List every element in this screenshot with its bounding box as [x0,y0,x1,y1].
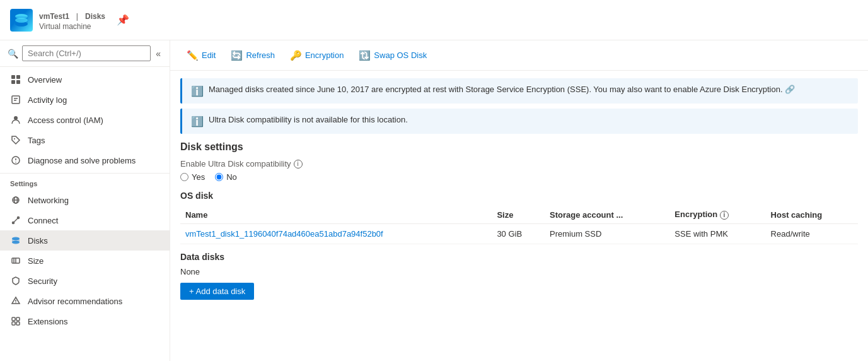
encryption-col-info-icon[interactable]: i [720,211,729,220]
sidebar-nav: Overview Activity log Access control (IA… [0,67,170,361]
content-area: ✏️ Edit 🔄 Refresh 🔑 Encryption 🔃 Swap OS… [170,40,868,361]
sidebar-item-label: Security [28,276,57,286]
disk-encryption-cell: SSE with PMK [669,224,765,244]
sidebar-item-label: Networking [28,196,69,205]
security-icon [10,275,21,287]
os-disk-table: Name Size Storage account ... Encryption… [180,206,858,244]
page-title-group: vmTest1 | Disks Virtual machine [39,9,105,31]
svg-point-24 [12,241,20,244]
info-icon: ℹ️ [191,85,204,97]
diagnose-icon [10,155,21,166]
sidebar-item-label: Overview [28,75,62,85]
collapse-sidebar-button[interactable]: « [154,47,162,60]
sidebar-item-security[interactable]: Security [0,271,170,291]
overview-icon [10,74,21,85]
ultra-disk-radio-group: Yes No [180,172,858,182]
top-bar: vmTest1 | Disks Virtual machine 📌 [0,0,868,40]
sidebar-item-label: Connect [28,216,58,225]
svg-rect-31 [12,317,15,321]
svg-point-11 [14,116,18,120]
sidebar-item-label: Diagnose and solve problems [28,156,136,165]
ultra-disk-info-icon[interactable]: i [294,160,303,169]
sidebar-item-activity-log[interactable]: Activity log [0,90,170,110]
swap-os-disk-button[interactable]: 🔃 Swap OS Disk [352,47,433,64]
svg-rect-4 [11,75,15,79]
page-title: vmTest1 | Disks [39,9,105,22]
sidebar-item-connect[interactable]: Connect [0,210,170,230]
azure-disk-encryption-link[interactable]: 🔗 [785,85,795,94]
svg-rect-33 [12,322,15,325]
svg-rect-32 [16,317,20,321]
sidebar-item-diagnose[interactable]: Diagnose and solve problems [0,150,170,170]
table-row: vmTest1_disk1_1196040f74ad460ea51abd7a94… [180,224,858,244]
ultra-disk-banner: ℹ️ Ultra Disk compatibility is not avail… [180,109,858,134]
disk-host-caching-cell: Read/write [766,224,858,244]
radio-no-input[interactable] [215,173,223,181]
radio-yes-input[interactable] [180,173,188,181]
radio-no[interactable]: No [215,172,237,182]
col-size: Size [492,206,545,224]
disk-settings-title: Disk settings [180,141,858,153]
col-host-caching: Host caching [766,206,858,224]
disks-icon [10,235,21,246]
sidebar-item-advisor[interactable]: Advisor recommendations [0,291,170,311]
sidebar-item-overview[interactable]: Overview [0,69,170,90]
content-body: ℹ️ Managed disks created since June 10, … [170,71,868,361]
resource-icon [10,9,33,32]
resource-type: Virtual machine [39,22,105,31]
svg-rect-7 [16,80,20,84]
tags-icon [10,134,21,146]
os-disk-title: OS disk [180,191,858,201]
disk-name-link[interactable]: vmTest1_disk1_1196040f74ad460ea51abd7a94… [185,229,383,239]
table-header-row: Name Size Storage account ... Encryption… [180,206,858,224]
info-icon-2: ℹ️ [191,115,204,127]
sidebar-item-disks[interactable]: Disks [0,230,170,251]
ultra-disk-info-text: Ultra Disk compatibility is not availabl… [209,115,408,124]
sidebar-item-tags[interactable]: Tags [0,130,170,150]
swap-icon: 🔃 [359,50,371,61]
activity-icon [10,94,21,105]
edit-button[interactable]: ✏️ Edit [180,47,222,64]
svg-rect-5 [16,75,20,79]
sidebar-item-label: Extensions [28,317,68,326]
extensions-icon [10,316,21,327]
svg-rect-34 [16,322,20,325]
edit-icon: ✏️ [187,50,199,61]
main-layout: 🔍 « Overview Activity log Acce [0,40,868,361]
search-icon: 🔍 [8,49,18,59]
add-data-disk-button[interactable]: + Add data disk [180,283,254,300]
no-data-disks-text: None [180,267,858,276]
sidebar-item-iam[interactable]: Access control (IAM) [0,110,170,130]
sidebar-item-extensions[interactable]: Extensions [0,311,170,331]
encryption-icon: 🔑 [290,50,302,61]
svg-point-12 [14,138,15,139]
col-encryption: Encryption i [669,206,765,224]
sidebar-item-label: Activity log [28,95,67,105]
encryption-button[interactable]: 🔑 Encryption [284,47,350,64]
svg-rect-6 [11,80,15,84]
disk-size-cell: 30 GiB [492,224,545,244]
sidebar-item-networking[interactable]: Networking [0,190,170,210]
settings-section-label: Settings [0,173,170,190]
svg-point-30 [15,302,16,303]
refresh-button[interactable]: 🔄 Refresh [224,47,281,64]
size-icon [10,255,21,266]
svg-point-15 [15,162,16,163]
refresh-icon: 🔄 [231,50,243,61]
sidebar-item-size[interactable]: Size [0,251,170,271]
sidebar-search-container: 🔍 « [0,40,170,67]
radio-yes[interactable]: Yes [180,172,205,182]
advisor-icon [10,295,21,307]
network-icon [10,194,21,206]
disk-storage-cell: Premium SSD [545,224,669,244]
col-storage: Storage account ... [545,206,669,224]
col-name: Name [180,206,492,224]
disk-name-cell: vmTest1_disk1_1196040f74ad460ea51abd7a94… [180,224,492,244]
pin-icon[interactable]: 📌 [117,14,129,26]
sidebar-item-label: Size [28,256,43,266]
svg-point-3 [15,18,28,23]
search-input[interactable] [22,45,151,61]
svg-rect-8 [12,96,20,104]
sidebar: 🔍 « Overview Activity log Acce [0,40,170,361]
svg-line-21 [14,219,17,222]
